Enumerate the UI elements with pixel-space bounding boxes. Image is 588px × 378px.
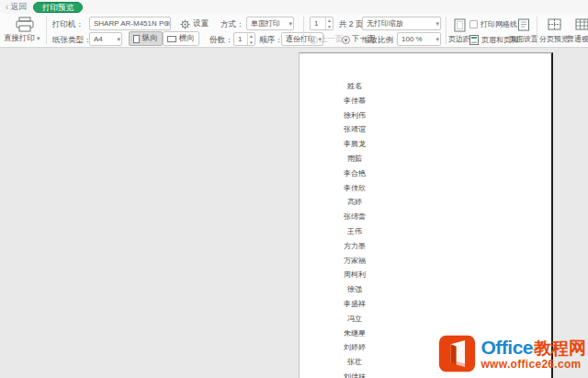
- chevron-down-icon: [435, 35, 439, 43]
- prev-page-button[interactable]: ▲ 上一页: [310, 34, 344, 45]
- separator: [537, 17, 537, 44]
- chevron-down-icon: [117, 35, 120, 43]
- print-preview-badge: 打印预览: [33, 2, 83, 13]
- page-break-preview-button[interactable]: 分页预览: [538, 17, 570, 45]
- name-cell: 王伟: [313, 224, 396, 239]
- print-method-select[interactable]: 单面打印: [246, 17, 294, 30]
- name-cell: 李佳慕: [313, 94, 396, 109]
- copies-label: 份数：: [209, 35, 233, 44]
- chevron-down-icon: [288, 19, 292, 28]
- gear-icon: [180, 19, 190, 29]
- toolbar: 直接打印 打印机： SHARP AR-M451N PCL6_T1 (副本 1 设…: [0, 14, 588, 48]
- portrait-icon: [133, 35, 140, 43]
- name-cell: 刘佳妹: [313, 370, 396, 378]
- name-cell: 万家福: [313, 254, 396, 269]
- normal-view-button[interactable]: 普通视图: [566, 17, 588, 45]
- page-setup-icon: [517, 18, 530, 31]
- chevron-down-icon: [165, 19, 169, 28]
- name-cell: 雨茹: [313, 152, 396, 166]
- separator: [46, 17, 47, 44]
- page-setup-button[interactable]: 页面设置: [508, 17, 539, 45]
- preview-page: 姓名李佳慕徐利伟张靖谊李腾龙雨茹李合艳李佳欣高婷张绵蕾王伟方力墨万家福周柯利徐强…: [299, 52, 553, 378]
- brand-name-cn: 教程网: [534, 339, 586, 357]
- direct-print-button[interactable]: 直接打印: [4, 33, 40, 44]
- watermark-text: Office 教程网 www.office26.com: [481, 338, 586, 370]
- margins-label: 页边距: [448, 34, 470, 44]
- portrait-button[interactable]: 纵向: [129, 31, 163, 46]
- checkbox-icon: [469, 20, 478, 29]
- total-pages-label: 共 2 页: [339, 19, 363, 29]
- landscape-label: 横向: [179, 33, 195, 44]
- name-cell: 张壮: [313, 355, 396, 370]
- name-cell: 高婷: [313, 195, 396, 210]
- name-cell: 李腾龙: [313, 137, 396, 152]
- printer-settings-button[interactable]: 设置: [180, 18, 209, 29]
- spinner[interactable]: ▲ ▼: [325, 17, 333, 29]
- printer-value: SHARP AR-M451N PCL6_T1 (副本 1: [94, 18, 171, 29]
- brand-name-en: Office: [481, 338, 533, 357]
- name-cell: 方力墨: [313, 239, 396, 254]
- header-footer-icon: [469, 35, 479, 45]
- separator: [303, 17, 304, 44]
- brand-url: www.office26.com: [481, 359, 586, 370]
- paper-type-label: 纸张类型：: [52, 35, 92, 44]
- chevron-down-icon: [435, 19, 439, 28]
- circle-up-icon: ▲: [310, 36, 318, 44]
- normal-view-label: 普通视图: [567, 34, 588, 44]
- name-cell: 徐强: [313, 282, 396, 297]
- order-label: 顺序：: [259, 35, 283, 44]
- page-setup-label: 页面设置: [509, 34, 538, 44]
- watermark: Office 教程网 www.office26.com: [438, 335, 586, 372]
- scale-ratio-value: 100 %: [401, 35, 423, 43]
- name-cell: 冯立: [313, 312, 396, 326]
- page-number-value: 1: [311, 17, 325, 29]
- preview-canvas[interactable]: 姓名李佳慕徐利伟张靖谊李腾龙雨茹李合艳李佳欣高婷张绵蕾王伟方力墨万家福周柯利徐强…: [0, 48, 588, 378]
- print-preview-window: ‹ 返回 打印预览 直接打印 打印机： SHARP AR-M451N PCL6_…: [0, 0, 588, 378]
- margins-icon: [454, 18, 466, 32]
- names-column: 姓名李佳慕徐利伟张靖谊李腾龙雨茹李合艳李佳欣高婷张绵蕾王伟方力墨万家福周柯利徐强…: [313, 79, 396, 378]
- back-button[interactable]: ‹ 返回: [6, 1, 27, 13]
- name-cell: 李盛祥: [313, 297, 396, 312]
- name-cell: 李合艳: [313, 166, 396, 181]
- normal-view-icon: [575, 18, 588, 30]
- name-cell: 张靖谊: [313, 122, 396, 137]
- scale-mode-select[interactable]: 无打印缩放: [362, 17, 441, 30]
- circle-down-icon: ▼: [342, 36, 350, 44]
- name-cell: 朱继星: [313, 326, 396, 341]
- name-cell: 周柯利: [313, 268, 396, 282]
- name-cell: 姓名: [313, 79, 396, 94]
- page-break-preview-icon: [548, 18, 561, 30]
- settings-label: 设置: [193, 18, 209, 29]
- scale-mode-value: 无打印缩放: [367, 18, 403, 29]
- landscape-button[interactable]: 横向: [163, 31, 199, 46]
- portrait-label: 纵向: [142, 33, 158, 44]
- back-label: 返回: [10, 1, 27, 13]
- spinner-down-icon[interactable]: ▼: [248, 40, 254, 46]
- name-cell: 张绵蕾: [313, 210, 396, 224]
- office-logo-icon: [438, 335, 476, 372]
- prev-page-label: 上一页: [320, 34, 344, 45]
- print-method-label: 方式：: [220, 19, 244, 29]
- landscape-icon: [167, 36, 176, 42]
- paper-type-value: A4: [94, 35, 103, 43]
- printer-label: 打印机：: [52, 19, 84, 29]
- print-method-value: 单面打印: [251, 18, 280, 29]
- page-number-stepper[interactable]: 1 ▲ ▼: [310, 17, 334, 30]
- header-bar: ‹ 返回 打印预览: [0, 0, 588, 14]
- chevron-left-icon: ‹: [6, 3, 8, 11]
- copies-value: 1: [234, 33, 247, 45]
- paper-type-select[interactable]: A4: [89, 32, 122, 46]
- spinner[interactable]: ▲ ▼: [247, 33, 254, 45]
- name-cell: 徐利伟: [313, 109, 396, 123]
- name-cell: 李佳欣: [313, 181, 396, 196]
- spinner-down-icon[interactable]: ▼: [326, 24, 333, 30]
- scale-ratio-label: 缩放比例：: [362, 35, 401, 44]
- copies-stepper[interactable]: 1 ▲ ▼: [233, 32, 255, 46]
- name-cell: 刘婷婷: [313, 340, 396, 355]
- scale-ratio-select[interactable]: 100 %: [397, 32, 441, 46]
- printer-icon: [15, 17, 35, 32]
- printer-select[interactable]: SHARP AR-M451N PCL6_T1 (副本 1: [89, 17, 171, 30]
- page-break-preview-label: 分页预览: [539, 34, 569, 44]
